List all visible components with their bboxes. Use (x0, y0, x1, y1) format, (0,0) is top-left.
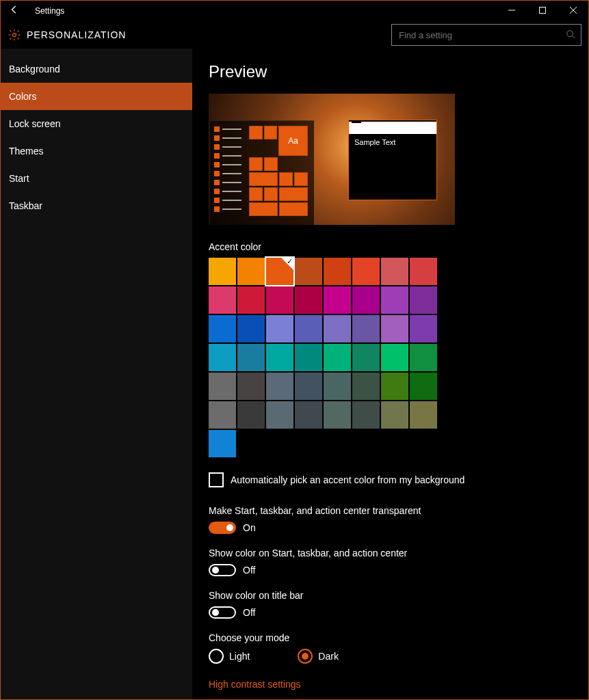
svg-point-4 (13, 33, 16, 37)
show-title-toggle[interactable] (209, 606, 236, 619)
accent-color-swatch[interactable] (209, 344, 236, 371)
accent-color-swatch[interactable] (295, 344, 322, 371)
search-input[interactable] (397, 29, 566, 41)
accent-color-swatch[interactable] (410, 286, 437, 314)
accent-color-swatch[interactable] (324, 344, 351, 371)
accent-color-swatch[interactable] (237, 401, 265, 429)
accent-color-swatch[interactable] (352, 315, 380, 342)
preview-heading: Preview (209, 62, 575, 81)
accent-color-swatch[interactable] (295, 401, 322, 429)
accent-color-swatch[interactable] (209, 286, 236, 314)
accent-color-swatch[interactable] (324, 401, 351, 429)
accent-color-swatch[interactable] (295, 286, 322, 314)
accent-color-swatch[interactable] (324, 286, 351, 314)
sample-text: Sample Text (349, 134, 436, 150)
accent-color-swatch[interactable] (381, 315, 408, 342)
accent-color-swatch[interactable] (295, 373, 322, 400)
accent-color-swatch[interactable] (410, 344, 437, 371)
mode-label: Choose your mode (209, 632, 575, 643)
preview-image: Aa (209, 94, 455, 225)
show-start-state: Off (243, 565, 255, 576)
accent-color-swatch[interactable] (352, 258, 380, 285)
accent-color-swatch[interactable] (352, 401, 380, 429)
accent-color-grid: ✓ (209, 258, 444, 457)
auto-pick-checkbox-row[interactable]: Automatically pick an accent color from … (209, 472, 575, 487)
content-area: Preview (192, 49, 588, 699)
minimize-button[interactable] (496, 1, 527, 21)
accent-color-swatch[interactable] (237, 258, 265, 285)
radio-icon (298, 649, 313, 664)
transparent-state: On (243, 522, 256, 533)
mode-light-radio[interactable]: Light (209, 649, 250, 664)
accent-color-swatch[interactable] (324, 373, 351, 400)
settings-window: Settings PERSONALIZATION BackgroundCo (0, 0, 589, 700)
high-contrast-link[interactable]: High contrast settings (209, 679, 575, 690)
accent-color-swatch[interactable] (410, 315, 437, 342)
window-title: Settings (28, 6, 496, 16)
sidebar-item-themes[interactable]: Themes (1, 137, 192, 165)
accent-color-swatch[interactable] (237, 373, 265, 400)
accent-color-swatch[interactable] (266, 286, 293, 314)
header-row: PERSONALIZATION (1, 21, 588, 49)
accent-color-swatch[interactable] (295, 258, 322, 285)
maximize-button[interactable] (527, 1, 558, 21)
accent-color-swatch[interactable]: ✓ (266, 258, 293, 285)
back-button[interactable] (1, 1, 28, 21)
accent-color-swatch[interactable] (209, 373, 236, 400)
accent-color-swatch[interactable] (209, 430, 236, 457)
preview-startmenu: Aa (210, 120, 314, 225)
show-title-label: Show color on title bar (209, 590, 575, 601)
accent-color-swatch[interactable] (352, 286, 380, 314)
sidebar: BackgroundColorsLock screenThemesStartTa… (1, 49, 192, 699)
accent-color-swatch[interactable] (410, 258, 437, 285)
accent-color-swatch[interactable] (381, 286, 408, 314)
sidebar-item-background[interactable]: Background (1, 55, 192, 83)
svg-rect-1 (539, 8, 545, 14)
accent-color-swatch[interactable] (381, 401, 408, 429)
page-heading: PERSONALIZATION (27, 29, 391, 40)
search-icon (566, 29, 575, 41)
transparent-label: Make Start, taskbar, and action center t… (209, 505, 575, 516)
accent-color-swatch[interactable] (352, 344, 380, 371)
accent-color-swatch[interactable] (209, 258, 236, 285)
accent-color-swatch[interactable] (324, 258, 351, 285)
sidebar-item-taskbar[interactable]: Taskbar (1, 192, 192, 219)
transparent-toggle[interactable] (209, 522, 236, 534)
accent-color-swatch[interactable] (237, 344, 265, 371)
accent-color-swatch[interactable] (266, 373, 293, 400)
accent-color-swatch[interactable] (352, 373, 380, 400)
accent-color-swatch[interactable] (237, 286, 265, 314)
accent-color-swatch[interactable] (381, 344, 408, 371)
show-start-label: Show color on Start, taskbar, and action… (209, 548, 575, 558)
accent-color-swatch[interactable] (209, 401, 236, 429)
checkbox-icon[interactable] (209, 472, 224, 487)
accent-color-label: Accent color (209, 241, 575, 252)
close-button[interactable] (558, 1, 588, 21)
accent-color-swatch[interactable] (324, 315, 351, 342)
svg-point-5 (567, 30, 573, 36)
accent-color-swatch[interactable] (295, 315, 322, 342)
accent-color-swatch[interactable] (266, 344, 293, 371)
accent-color-swatch[interactable] (410, 373, 437, 400)
accent-color-swatch[interactable] (381, 258, 408, 285)
title-bar: Settings (1, 1, 588, 21)
gear-icon (8, 28, 21, 42)
search-box[interactable] (391, 24, 581, 46)
preview-sample-window: Sample Text (348, 120, 437, 200)
accent-color-swatch[interactable] (410, 401, 437, 429)
accent-color-swatch[interactable] (266, 401, 293, 429)
accent-color-swatch[interactable] (266, 315, 293, 342)
sidebar-item-start[interactable]: Start (1, 165, 192, 192)
show-title-state: Off (243, 607, 255, 618)
svg-line-6 (573, 36, 575, 38)
accent-color-swatch[interactable] (209, 315, 236, 342)
mode-dark-radio[interactable]: Dark (298, 649, 339, 664)
sidebar-item-colors[interactable]: Colors (1, 83, 192, 110)
accent-color-swatch[interactable] (381, 373, 408, 400)
accent-color-swatch[interactable] (237, 315, 265, 342)
sidebar-item-lock-screen[interactable]: Lock screen (1, 110, 192, 137)
auto-pick-label: Automatically pick an accent color from … (231, 474, 464, 485)
radio-icon (209, 649, 224, 664)
show-start-toggle[interactable] (209, 564, 236, 576)
